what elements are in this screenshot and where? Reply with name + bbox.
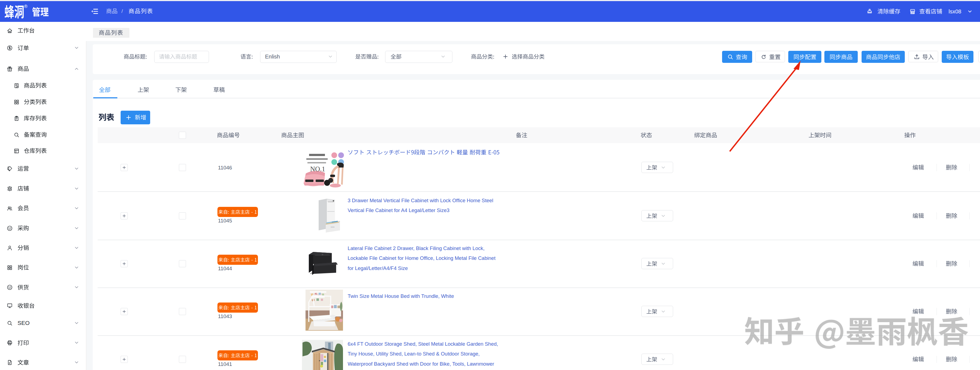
- svg-text:NO.1: NO.1: [310, 165, 325, 173]
